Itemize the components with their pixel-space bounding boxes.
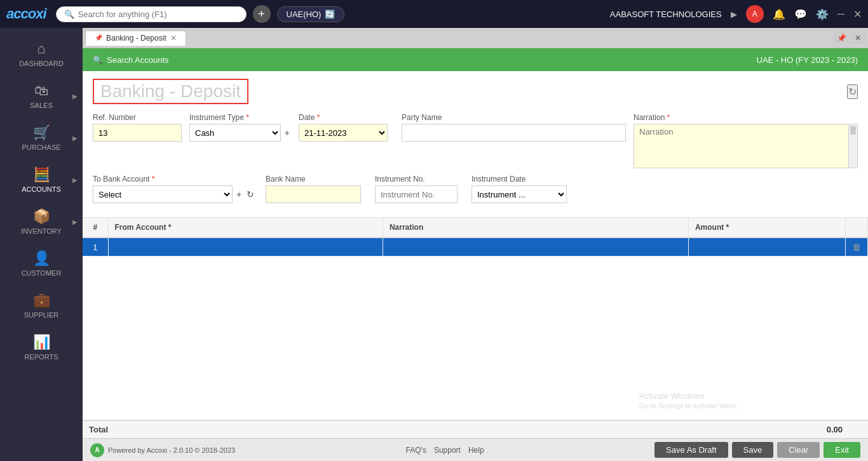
window-controls: 📌 ✕	[834, 32, 865, 44]
company-name: AABASOFT TECHNOLOGIES	[610, 10, 722, 19]
message-icon[interactable]: 💬	[794, 8, 807, 20]
refresh-button[interactable]: ↻	[847, 84, 858, 99]
sidebar-item-dashboard[interactable]: ⌂ DASHBOARD	[0, 33, 83, 75]
row-amount[interactable]	[688, 237, 845, 257]
win-pin-button[interactable]: 📌	[834, 32, 849, 44]
sidebar-item-accounts[interactable]: 🧮 ACCOUNTS ▶	[0, 159, 83, 201]
instrument-no-input[interactable]	[375, 185, 458, 203]
table-container: # From Account * Narration Amount * 1	[83, 218, 868, 420]
col-actions	[846, 218, 868, 237]
bottom-links: FAQ's Support Help	[406, 446, 484, 455]
search-input[interactable]	[78, 10, 231, 19]
add-instrument-type-button[interactable]: +	[283, 126, 291, 139]
form-row-1: Ref. Number Instrument Type * Cash Chequ…	[93, 113, 858, 168]
bank-name-group: Bank Name	[266, 175, 367, 203]
chevron-right-icon: ▶	[72, 177, 78, 184]
settings-icon[interactable]: ⚙️	[816, 8, 829, 20]
arrow-icon: ▶	[731, 10, 737, 19]
narration-scrollbar[interactable]	[848, 124, 857, 168]
date-group: Date * 21-11-2023	[299, 113, 394, 142]
date-label: Date *	[299, 113, 394, 122]
sidebar-item-purchase[interactable]: 🛒 PURCHASE ▶	[0, 117, 83, 159]
instrument-type-group: Instrument Type * Cash Cheque DD Online …	[189, 113, 291, 142]
search-accounts-button[interactable]: 🔍 Search Accounts	[93, 55, 169, 65]
party-name-input[interactable]	[402, 124, 626, 142]
company-info: UAE - HO (FY 2023 - 2023)	[757, 55, 858, 65]
sidebar-item-label: SUPPLIER	[24, 311, 58, 319]
search-bar[interactable]: 🔍	[56, 6, 247, 22]
topbar: accoxi 🔍 + UAE(HO) 🔄 AABASOFT TECHNOLOGI…	[0, 0, 868, 28]
required-marker: *	[152, 175, 155, 184]
row-delete: 🗑	[846, 237, 868, 257]
bank-name-input[interactable]	[266, 185, 361, 203]
tab-banking-deposit[interactable]: 📌 Banking - Deposit ✕	[85, 30, 186, 46]
narration-input[interactable]	[634, 124, 848, 168]
total-amount: 0.00	[827, 425, 843, 434]
table-row: 1 🗑	[83, 237, 868, 257]
tab-pin-icon: 📌	[95, 34, 102, 41]
dashboard-icon: ⌂	[37, 41, 45, 57]
region-refresh-icon: 🔄	[325, 10, 335, 19]
region-selector[interactable]: UAE(HO) 🔄	[277, 6, 345, 22]
date-select[interactable]: 21-11-2023	[299, 124, 388, 142]
instrument-type-label: Instrument Type *	[189, 113, 291, 122]
sidebar-item-label: ACCOUNTS	[22, 185, 61, 193]
exit-button[interactable]: Exit	[824, 442, 860, 458]
win-close-button[interactable]: ✕	[850, 32, 865, 44]
sidebar-item-reports[interactable]: 📊 REPORTS	[0, 326, 83, 368]
sales-icon: 🛍	[34, 83, 48, 99]
chevron-right-icon: ▶	[72, 135, 78, 142]
powered-by-text: Powered by Accoxi - 2.0.10 © 2018-2023	[108, 446, 235, 454]
search-accounts-bar: 🔍 Search Accounts UAE - HO (FY 2023 - 20…	[83, 48, 868, 71]
save-button[interactable]: Save	[732, 442, 774, 458]
party-name-group: Party Name	[402, 113, 626, 142]
instrument-type-select[interactable]: Cash Cheque DD Online Transfer	[189, 124, 281, 142]
narration-group: Narration *	[634, 113, 858, 168]
close-icon[interactable]: ✕	[853, 8, 862, 20]
col-amount: Amount *	[688, 218, 845, 237]
notification-icon[interactable]: 🔔	[773, 8, 785, 20]
minimize-icon[interactable]: ─	[837, 8, 844, 20]
save-as-draft-button[interactable]: Save As Draft	[654, 442, 728, 458]
sidebar-item-label: SALES	[30, 102, 52, 109]
faq-link[interactable]: FAQ's	[406, 446, 426, 455]
chevron-right-icon: ▶	[72, 93, 78, 100]
sidebar-item-customer[interactable]: 👤 CUSTOMER	[0, 243, 83, 284]
delete-row-button[interactable]: 🗑	[852, 242, 861, 252]
col-num: #	[83, 218, 108, 237]
help-link[interactable]: Help	[468, 446, 484, 455]
sidebar-item-label: INVENTORY	[21, 227, 62, 235]
row-from-account[interactable]	[108, 237, 383, 257]
instrument-date-group: Instrument Date Instrument ...	[471, 175, 573, 203]
add-button[interactable]: +	[253, 5, 271, 23]
tab-bar: 📌 Banking - Deposit ✕ 📌 ✕	[83, 28, 868, 48]
sidebar-item-inventory[interactable]: 📦 INVENTORY ▶	[0, 201, 83, 243]
form-row-2: To Bank Account * Select + ↻ Bank Name	[93, 175, 858, 203]
instrument-date-label: Instrument Date	[471, 175, 573, 184]
powered-by: A Powered by Accoxi - 2.0.10 © 2018-2023	[90, 443, 235, 457]
purchase-icon: 🛒	[33, 124, 50, 141]
support-link[interactable]: Support	[434, 446, 461, 455]
main-layout: ⌂ DASHBOARD 🛍 SALES ▶ 🛒 PURCHASE ▶ 🧮 ACC…	[0, 28, 868, 461]
narration-scroll-container	[634, 124, 858, 168]
sidebar-item-label: CUSTOMER	[22, 269, 62, 277]
sidebar-item-sales[interactable]: 🛍 SALES ▶	[0, 75, 83, 117]
tab-close-icon[interactable]: ✕	[170, 34, 177, 43]
add-bank-account-button[interactable]: +	[235, 188, 243, 201]
sidebar-item-supplier[interactable]: 💼 SUPPLIER	[0, 284, 83, 326]
sidebar-item-label: REPORTS	[25, 353, 58, 361]
form-title: Banking - Deposit	[93, 79, 248, 104]
tab-label: Banking - Deposit	[106, 34, 166, 43]
required-marker: *	[317, 113, 320, 122]
avatar[interactable]: A	[746, 5, 764, 23]
row-narration[interactable]	[383, 237, 688, 257]
refresh-bank-account-button[interactable]: ↻	[245, 188, 255, 201]
instrument-date-select[interactable]: Instrument ...	[471, 185, 567, 203]
clear-button[interactable]: Clear	[777, 442, 820, 458]
party-name-label: Party Name	[402, 113, 626, 122]
table-footer: Total 0.00	[83, 420, 868, 438]
ref-number-input[interactable]	[93, 124, 182, 142]
to-bank-account-select[interactable]: Select	[93, 185, 233, 203]
bank-name-label: Bank Name	[266, 175, 367, 184]
row-num: 1	[83, 237, 108, 257]
